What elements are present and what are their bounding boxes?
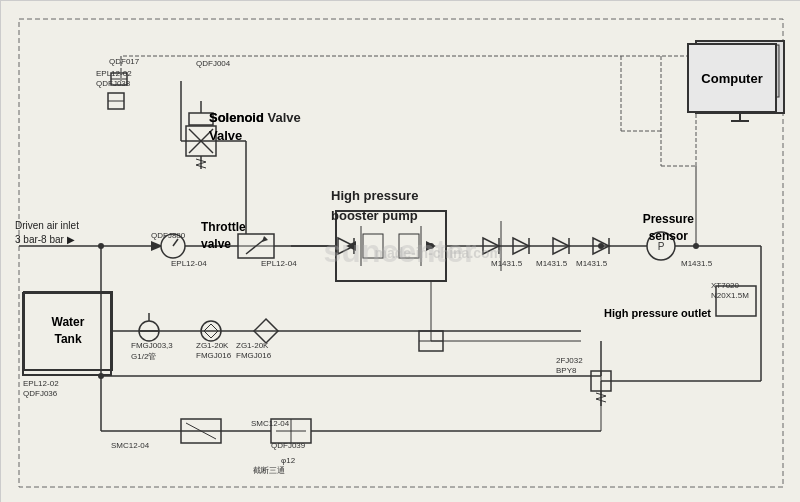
qdfj880-label: QDFJ880 — [151, 231, 185, 240]
m1431-r-label: M1431.5 — [681, 259, 712, 268]
sanfang-label: 截断三通 — [253, 465, 285, 476]
m1431-label1: M1431.5 — [491, 259, 522, 268]
air-inlet-text: Driven air inlet — [15, 219, 79, 233]
computer-box: Computer — [687, 43, 777, 113]
booster-pump-label: High pressure booster pump — [331, 186, 418, 225]
n20-label: N20X1.5M — [711, 291, 749, 300]
water-tank-box: WaterTank — [23, 291, 113, 371]
qdfj039-label: QDFJ039 — [271, 441, 305, 450]
m1431-label3: M1431.5 — [576, 259, 607, 268]
throttle-valve-label: Throttle valve — [201, 219, 246, 253]
svg-point-93 — [428, 243, 434, 249]
smc12-04-label: SMC12-04 — [111, 441, 149, 450]
hp-outlet-label: High pressure outlet — [604, 306, 711, 321]
qdf017-label: QDF017 — [109, 57, 139, 66]
pressure-text: Pressure — [643, 211, 694, 228]
fmgj016b-label: FMGJ016 — [236, 351, 271, 360]
air-inlet-label: Driven air inlet 3 bar-8 bar ▶ — [15, 219, 79, 247]
hp-text: High pressure — [331, 186, 418, 206]
hp-outlet-text: High pressure outlet — [604, 306, 711, 321]
throttle-text: Throttle — [201, 219, 246, 236]
water-tank-label: WaterTank — [52, 314, 85, 348]
m1431-label2: M1431.5 — [536, 259, 567, 268]
pressure-sensor-label: Pressure sensor — [643, 211, 694, 245]
epl12-02b-label: EPL12-02 — [23, 379, 59, 388]
svg-point-92 — [98, 373, 104, 379]
computer-label: Computer — [701, 71, 762, 86]
zg1b-label: ZG1-20K — [236, 341, 268, 350]
qdfj038-label: QDFJ038 — [96, 79, 130, 88]
svg-point-94 — [598, 243, 604, 249]
air-inlet-pressure: 3 bar-8 bar ▶ — [15, 233, 79, 247]
svg-point-91 — [98, 243, 104, 249]
throttle-text2: valve — [201, 236, 246, 253]
smc12-04b-label: SMC12-04 — [251, 419, 289, 428]
sensor-text: sensor — [643, 228, 694, 245]
bpyb-label: BPY8 — [556, 366, 576, 375]
epl12-02-label: EPL12-02 — [96, 69, 132, 78]
fmgj-g1-label: G1/2管 — [131, 351, 156, 362]
epl12-04-label: EPL12-04 — [171, 259, 207, 268]
fmgj016-label: FMGJ016 — [196, 351, 231, 360]
booster-text: booster pump — [331, 206, 418, 226]
pipe-diam-label: φ12 — [281, 456, 295, 465]
epl12-04b-label: EPL12-04 — [261, 259, 297, 268]
fmgj003-label: FMGJ003,3 — [131, 341, 173, 350]
zg1-label: ZG1-20K — [196, 341, 228, 350]
qdfj036-label: QDFJ036 — [23, 389, 57, 398]
main-diagram-container: P — [0, 0, 800, 502]
xt7032-label: 2FJ032 — [556, 356, 583, 365]
xt7020-label: XT7020 — [711, 281, 739, 290]
solenoid-title: SolenoidValve — [209, 109, 264, 145]
qdfj004-label: QDFJ004 — [196, 59, 230, 68]
